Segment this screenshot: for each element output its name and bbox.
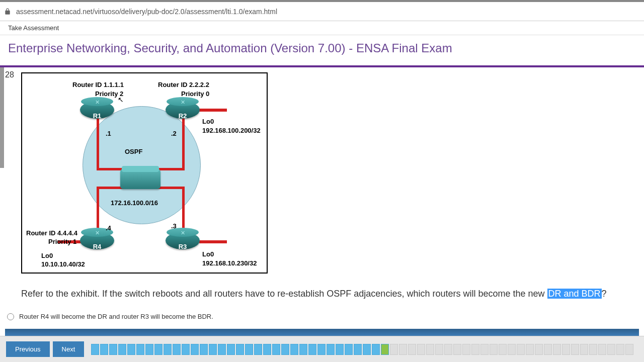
progress-box[interactable] — [191, 344, 199, 355]
progress-box[interactable] — [327, 344, 335, 355]
progress-boxes[interactable] — [91, 344, 633, 355]
progress-box[interactable] — [118, 344, 126, 355]
progress-box[interactable] — [263, 344, 271, 355]
progress-box[interactable] — [426, 344, 434, 355]
radio-button[interactable] — [7, 313, 14, 320]
progress-box[interactable] — [164, 344, 172, 355]
router-r1: ✕R1 — [80, 101, 114, 119]
progress-box[interactable] — [354, 344, 362, 355]
progress-box[interactable] — [562, 344, 570, 355]
progress-box[interactable] — [490, 344, 498, 355]
progress-box[interactable] — [136, 344, 144, 355]
progress-box[interactable] — [508, 344, 516, 355]
progress-box[interactable] — [109, 344, 117, 355]
progress-box[interactable] — [245, 344, 253, 355]
progress-box[interactable] — [598, 344, 606, 355]
progress-box[interactable] — [272, 344, 280, 355]
exhibit-diagram: ✕R1 ✕R2 ✕R3 ✕R4 Router ID 1.1.1.1 Priori… — [21, 72, 268, 274]
progress-box[interactable] — [616, 344, 624, 355]
answer-text: Router R4 will become the DR and router … — [19, 313, 213, 320]
progress-box[interactable] — [381, 344, 389, 355]
progress-box[interactable] — [435, 344, 443, 355]
router-r2: ✕R2 — [166, 101, 200, 119]
progress-box[interactable] — [254, 344, 262, 355]
progress-box[interactable] — [408, 344, 416, 355]
progress-box[interactable] — [390, 344, 398, 355]
progress-box[interactable] — [517, 344, 525, 355]
switch — [120, 169, 160, 189]
progress-box[interactable] — [154, 344, 163, 355]
progress-box[interactable] — [607, 344, 615, 355]
url-bar: assessment.netacad.net/virtuoso/delivery… — [0, 2, 644, 21]
progress-box[interactable] — [182, 344, 190, 355]
progress-box[interactable] — [317, 344, 326, 355]
question-text: Refer to the exhibit. If the switch rebo… — [21, 288, 625, 300]
progress-box[interactable] — [589, 344, 597, 355]
url-text: assessment.netacad.net/virtuoso/delivery… — [16, 8, 277, 16]
progress-box[interactable] — [399, 344, 407, 355]
lock-icon — [4, 8, 11, 15]
previous-button[interactable]: Previous — [6, 341, 50, 357]
progress-box[interactable] — [625, 344, 633, 355]
progress-box[interactable] — [453, 344, 461, 355]
progress-box[interactable] — [236, 344, 244, 355]
progress-box[interactable] — [145, 344, 153, 355]
progress-divider — [5, 329, 639, 336]
router-r4: ✕R4 — [80, 232, 114, 249]
progress-box[interactable] — [290, 344, 298, 355]
progress-box[interactable] — [281, 344, 289, 355]
footer: Previous Next — [0, 336, 644, 362]
progress-box[interactable] — [363, 344, 371, 355]
cursor-icon: ↖ — [118, 96, 124, 104]
progress-box[interactable] — [535, 344, 543, 355]
next-button[interactable]: Next — [53, 341, 85, 357]
answer-option-1[interactable]: Router R4 will become the DR and router … — [7, 313, 213, 320]
progress-box[interactable] — [209, 344, 217, 355]
progress-box[interactable] — [462, 344, 470, 355]
progress-box[interactable] — [345, 344, 353, 355]
progress-box[interactable] — [100, 344, 108, 355]
progress-box[interactable] — [580, 344, 588, 355]
progress-box[interactable] — [200, 344, 208, 355]
progress-box[interactable] — [299, 344, 307, 355]
progress-box[interactable] — [227, 344, 235, 355]
progress-box[interactable] — [91, 344, 99, 355]
progress-box[interactable] — [127, 344, 135, 355]
progress-box[interactable] — [336, 344, 344, 355]
scrollbar[interactable] — [0, 67, 4, 168]
progress-box[interactable] — [417, 344, 425, 355]
take-assessment-label: Take Assessment — [0, 21, 644, 35]
exam-title: Enterprise Networking, Security, and Aut… — [0, 35, 644, 61]
progress-box[interactable] — [553, 344, 561, 355]
progress-box[interactable] — [372, 344, 380, 355]
progress-box[interactable] — [308, 344, 316, 355]
progress-box[interactable] — [173, 344, 181, 355]
progress-box[interactable] — [480, 344, 489, 355]
progress-box[interactable] — [499, 344, 507, 355]
progress-box[interactable] — [471, 344, 479, 355]
divider — [0, 65, 644, 67]
progress-box[interactable] — [444, 344, 452, 355]
question-number: 28 — [5, 70, 14, 79]
progress-box[interactable] — [218, 344, 226, 355]
router-r3: ✕R3 — [166, 232, 200, 249]
progress-box[interactable] — [571, 344, 579, 355]
progress-box[interactable] — [544, 344, 552, 355]
progress-box[interactable] — [526, 344, 534, 355]
